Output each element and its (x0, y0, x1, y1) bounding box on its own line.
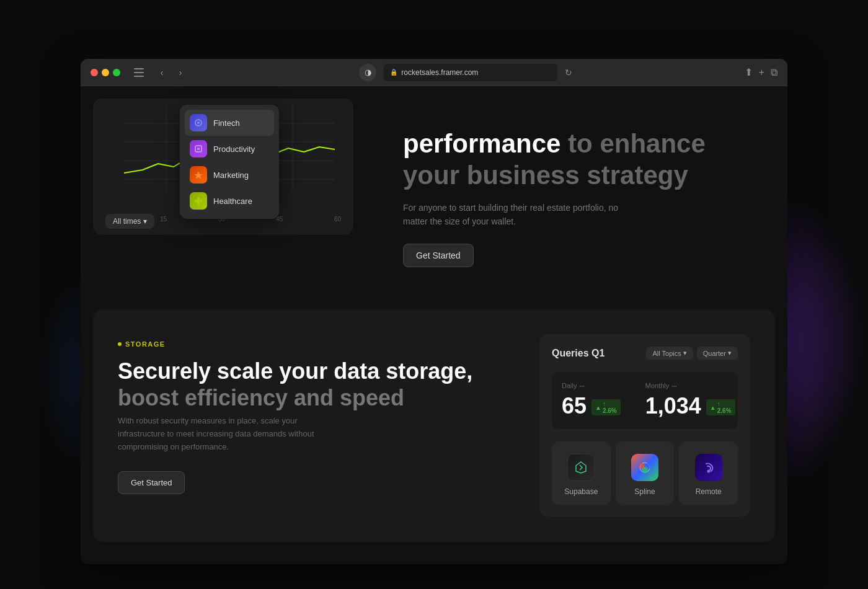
url-text: rocketsales.framer.com (401, 68, 478, 77)
browser-window: ‹ › ◑ 🔒 rocketsales.framer.com ↻ ⬆ + ⧉ (81, 59, 787, 564)
address-bar[interactable]: 🔒 rocketsales.framer.com (384, 64, 557, 81)
svg-rect-2 (134, 76, 144, 77)
fintech-label: Fintech (213, 118, 240, 128)
svg-rect-0 (134, 68, 144, 69)
reload-button[interactable]: ↻ (565, 68, 572, 78)
forward-button[interactable]: › (174, 66, 187, 79)
hero-title: performance to enhance your business str… (403, 128, 750, 191)
quarter-chevron: ▾ (728, 349, 732, 357)
metric-daily-label: Daily ••• (562, 382, 621, 389)
metric-daily-dots: ••• (579, 383, 584, 389)
top-section: 0 15 30 45 60 All times ▾ (81, 86, 787, 309)
left-content: STORAGE Securely scale your data storage… (118, 334, 502, 494)
spline-icon (631, 454, 658, 481)
metric-daily-value: 65 ▲ ↑ 2.6% (562, 393, 621, 419)
fintech-icon (190, 114, 207, 131)
metric-monthly: Monthly ••• 1,034 ▲ ↑ 2.6% (645, 382, 735, 419)
back-button[interactable]: ‹ (155, 66, 169, 79)
traffic-light-yellow[interactable] (102, 69, 109, 76)
metric-monthly-label: Monthly ••• (645, 382, 735, 389)
healthcare-label: Healthcare (213, 197, 252, 206)
hero-title-white: performance (403, 129, 560, 158)
remote-label: Remote (696, 487, 722, 496)
dropdown-item-marketing[interactable]: Marketing (185, 162, 274, 188)
marketing-label: Marketing (213, 170, 249, 180)
svg-rect-1 (134, 72, 144, 73)
storage-description: With robust security measures in place, … (118, 415, 341, 453)
svg-marker-18 (576, 462, 586, 473)
traffic-light-green[interactable] (113, 69, 120, 76)
traffic-light-red[interactable] (91, 69, 98, 76)
svg-point-23 (707, 470, 710, 473)
x-label-60: 60 (334, 216, 341, 223)
storage-cta-label: Get Started (131, 478, 172, 487)
all-topics-filter[interactable]: All Topics ▾ (646, 347, 693, 360)
storage-label: STORAGE (118, 340, 502, 348)
app-card-spline[interactable]: Spline (616, 441, 675, 505)
dashboard-filters: All Topics ▾ Quarter ▾ (646, 347, 738, 360)
hero-section: performance to enhance your business str… (353, 99, 787, 297)
dropdown-item-healthcare[interactable]: Healthcare (185, 188, 274, 214)
chart-area: 0 15 30 45 60 All times ▾ (93, 99, 353, 297)
dashboard-header: Queries Q1 All Topics ▾ Quarter ▾ (552, 347, 738, 360)
dropdown-chevron-icon: ▾ (143, 217, 147, 226)
svg-point-22 (642, 467, 648, 473)
dropdown-item-fintech[interactable]: Fintech (185, 110, 274, 136)
traffic-lights (91, 69, 120, 76)
all-times-label: All times (113, 217, 141, 226)
metric-monthly-value: 1,034 ▲ ↑ 2.6% (645, 393, 735, 419)
metric-daily: Daily ••• 65 ▲ ↑ 2.6% (562, 382, 621, 419)
all-topics-chevron: ▾ (683, 349, 687, 357)
hero-cta-label: Get Started (416, 250, 461, 260)
all-topics-label: All Topics (652, 350, 681, 357)
sidebar-toggle-button[interactable] (130, 66, 148, 79)
dropdown-item-productivity[interactable]: Productivity (185, 136, 274, 162)
quarter-filter[interactable]: Quarter ▾ (697, 347, 738, 360)
supabase-label: Supabase (564, 487, 598, 496)
svg-point-12 (197, 122, 200, 124)
all-times-button[interactable]: All times ▾ (105, 214, 154, 229)
storage-label-text: STORAGE (125, 340, 166, 348)
bottom-section: STORAGE Securely scale your data storage… (93, 309, 775, 542)
healthcare-icon (190, 192, 207, 210)
x-label-45: 45 (276, 216, 283, 223)
lock-icon: 🔒 (390, 69, 397, 76)
metric-daily-badge: ▲ ↑ 2.6% (591, 399, 621, 415)
storage-title-white: Securely scale your data storage, (118, 358, 472, 384)
address-bar-area: ◑ 🔒 rocketsales.framer.com ↻ (192, 64, 740, 81)
app-card-remote[interactable]: Remote (679, 441, 738, 505)
metric-monthly-dots: ••• (671, 383, 676, 389)
svg-rect-17 (195, 200, 202, 202)
storage-cta-button[interactable]: Get Started (118, 471, 185, 494)
productivity-icon (190, 140, 207, 157)
storage-title-highlight: boost efficiency and speed (118, 385, 404, 410)
remote-icon (695, 454, 722, 481)
storage-title: Securely scale your data storage, boost … (118, 358, 502, 411)
storage-dot (118, 342, 122, 346)
metrics-row: Daily ••• 65 ▲ ↑ 2.6% (552, 372, 738, 429)
app-icons-row: Supabase Spline (552, 441, 738, 505)
app-card-supabase[interactable]: Supabase (552, 441, 611, 505)
new-tab-button[interactable]: + (759, 67, 764, 78)
x-label-15: 15 (160, 216, 167, 223)
svg-rect-14 (197, 148, 200, 150)
spline-label: Spline (634, 487, 655, 496)
theme-toggle-button[interactable]: ◑ (359, 64, 376, 81)
productivity-label: Productivity (213, 144, 255, 154)
supabase-icon (567, 454, 595, 481)
browser-toolbar: ‹ › ◑ 🔒 rocketsales.framer.com ↻ ⬆ + ⧉ (81, 59, 787, 86)
tabs-button[interactable]: ⧉ (771, 67, 777, 78)
marketing-icon (190, 166, 207, 184)
share-button[interactable]: ⬆ (745, 66, 753, 78)
dashboard-card: Queries Q1 All Topics ▾ Quarter ▾ (539, 334, 750, 517)
dashboard-title: Queries Q1 (552, 348, 604, 359)
page-content: 0 15 30 45 60 All times ▾ (81, 86, 787, 564)
dropdown-menu: Fintech Productivity (180, 105, 279, 219)
hero-cta-button[interactable]: Get Started (403, 244, 474, 267)
toolbar-actions: ⬆ + ⧉ (745, 66, 777, 78)
svg-marker-15 (194, 171, 203, 179)
hero-description: For anyone to start building their real … (403, 201, 639, 229)
metric-monthly-badge: ▲ ↑ 2.6% (706, 399, 735, 415)
quarter-label: Quarter (703, 350, 726, 357)
